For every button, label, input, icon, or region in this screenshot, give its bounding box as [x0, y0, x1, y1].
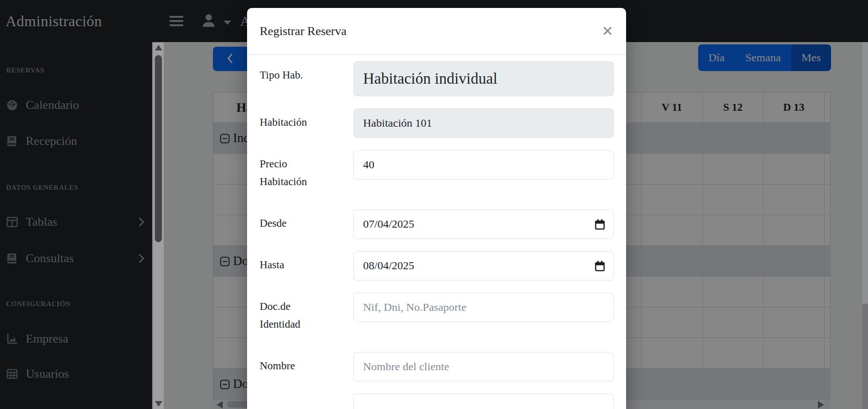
- page-scrollbar[interactable]: [862, 42, 868, 409]
- field-row: Habitación: [260, 108, 614, 138]
- text-input[interactable]: [353, 352, 614, 381]
- page-scroll-thumb[interactable]: [862, 42, 868, 304]
- field-label: Precio Habitación: [260, 150, 346, 191]
- content-vertical-scrollbar[interactable]: [153, 43, 164, 409]
- close-icon[interactable]: ✕: [602, 24, 613, 38]
- field-row: Hasta: [260, 251, 614, 280]
- field-label: [260, 394, 346, 399]
- app-screen: DíaSemanaMes HaV 11S 12D 13IndDoDo Admin…: [0, 0, 868, 409]
- text-input[interactable]: [353, 394, 614, 409]
- scroll-down-arrow[interactable]: [155, 401, 162, 407]
- field-label: Nombre: [260, 352, 346, 375]
- text-input[interactable]: [353, 293, 614, 322]
- text-input[interactable]: [353, 61, 614, 96]
- text-input[interactable]: [353, 150, 614, 179]
- field-label: Hasta: [260, 251, 346, 274]
- modal-header: Registrar Reserva ✕: [247, 8, 626, 55]
- modal-title: Registrar Reserva: [260, 24, 347, 38]
- field-row: Precio Habitación: [260, 150, 614, 191]
- scroll-up-arrow[interactable]: [155, 45, 162, 50]
- date-input[interactable]: [353, 209, 614, 239]
- field-row: Desde: [260, 209, 614, 239]
- field-row: Doc.de Identidad: [260, 293, 614, 333]
- vertical-scroll-thumb[interactable]: [155, 55, 162, 242]
- field-label: Desde: [260, 209, 346, 232]
- registrar-reserva-modal: Registrar Reserva ✕ Tipo Hab.HabitaciónP…: [247, 8, 626, 409]
- field-label: Tipo Hab.: [260, 61, 346, 84]
- text-input[interactable]: [353, 108, 614, 138]
- field-label: Habitación: [260, 108, 346, 131]
- field-label: Doc.de Identidad: [260, 293, 346, 333]
- field-row: Nombre: [260, 352, 614, 381]
- date-input[interactable]: [353, 251, 614, 280]
- field-row: Tipo Hab.: [260, 61, 614, 96]
- field-row: [260, 394, 614, 409]
- modal-body: Tipo Hab.HabitaciónPrecio HabitaciónDesd…: [247, 55, 626, 409]
